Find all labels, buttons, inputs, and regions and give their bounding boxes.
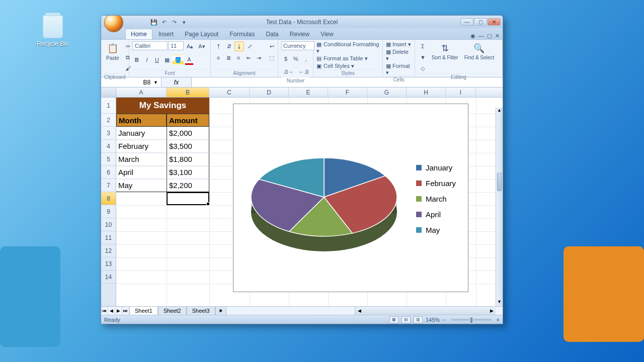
redo-icon[interactable]: ↷: [170, 18, 179, 27]
align-right-icon[interactable]: ≡: [234, 53, 243, 63]
grow-font-icon[interactable]: A▴: [185, 41, 195, 51]
row-header-3[interactable]: 3: [101, 127, 116, 140]
row-header-13[interactable]: 13: [101, 257, 116, 270]
col-header-I[interactable]: I: [446, 87, 476, 97]
maximize-button[interactable]: ▢: [474, 18, 487, 26]
sheet-tab-3[interactable]: Sheet3: [187, 306, 215, 315]
col-header-H[interactable]: H: [407, 87, 446, 97]
comma-format-icon[interactable]: ,: [301, 54, 310, 64]
orientation-icon[interactable]: ⤢: [245, 41, 254, 51]
row-header-5[interactable]: 5: [101, 153, 116, 166]
row-header-7[interactable]: 7: [101, 179, 116, 192]
insert-cells-button[interactable]: ▦ Insert ▾: [386, 41, 412, 48]
font-color-icon[interactable]: A: [185, 55, 194, 65]
select-all-button[interactable]: [101, 87, 116, 97]
tab-page-layout[interactable]: Page Layout: [180, 29, 223, 39]
sheet-nav-last[interactable]: ⏭: [122, 307, 129, 315]
tab-view[interactable]: View: [315, 29, 339, 39]
help-icon[interactable]: ◉: [470, 33, 475, 39]
ribbon-close-icon[interactable]: ✕: [495, 33, 500, 39]
col-header-E[interactable]: E: [289, 87, 328, 97]
row-header-14[interactable]: 14: [101, 270, 116, 284]
font-name-combo[interactable]: Calibri: [132, 41, 168, 50]
row-header-11[interactable]: 11: [101, 231, 116, 244]
row-header-1[interactable]: 1: [101, 98, 116, 114]
fill-icon[interactable]: ▼: [418, 52, 428, 62]
qat-customize-icon[interactable]: ▾: [180, 18, 189, 27]
tab-home[interactable]: Home: [125, 29, 152, 39]
bold-button[interactable]: B: [132, 55, 141, 65]
view-layout-icon[interactable]: ▤: [401, 316, 411, 323]
conditional-formatting-button[interactable]: ▦Conditional Formatting ▾: [316, 41, 379, 54]
row-header-8[interactable]: 8: [101, 192, 116, 205]
sheet-nav-prev[interactable]: ◀: [108, 307, 115, 315]
close-button[interactable]: ✕: [488, 18, 501, 26]
sheet-nav-first[interactable]: ⏮: [101, 307, 108, 315]
col-header-F[interactable]: F: [328, 87, 367, 97]
merge-center-icon[interactable]: ⬚: [267, 53, 276, 63]
ribbon-minimize-icon[interactable]: —: [478, 33, 484, 39]
zoom-in-icon[interactable]: +: [497, 317, 500, 323]
view-normal-icon[interactable]: ▦: [389, 316, 398, 323]
autosum-icon[interactable]: Σ: [418, 41, 428, 51]
col-header-A[interactable]: A: [116, 87, 167, 97]
embedded-chart[interactable]: JanuaryFebruaryMarchAprilMay: [233, 104, 468, 292]
sheet-nav-next[interactable]: ▶: [115, 307, 122, 315]
align-bottom-icon[interactable]: ⭳: [234, 41, 244, 51]
delete-cells-button[interactable]: ▦ Delete ▾: [386, 49, 412, 62]
row-header-12[interactable]: 12: [101, 244, 116, 257]
desktop-recycle-bin[interactable]: Recycle Bin: [35, 15, 70, 47]
row-header-2[interactable]: 2: [101, 114, 116, 127]
row-header-6[interactable]: 6: [101, 166, 116, 179]
undo-icon[interactable]: ↶: [159, 18, 169, 27]
col-header-B[interactable]: B: [167, 87, 209, 97]
sheet-tab-2[interactable]: Sheet2: [158, 306, 187, 315]
zoom-slider[interactable]: [451, 319, 492, 321]
view-break-icon[interactable]: ▥: [414, 316, 423, 323]
row-header-10[interactable]: 10: [101, 218, 116, 231]
fx-icon[interactable]: fx: [162, 77, 192, 87]
zoom-out-icon[interactable]: −: [443, 317, 446, 323]
border-icon[interactable]: ▦: [163, 55, 172, 65]
accounting-format-icon[interactable]: $: [281, 54, 290, 64]
vertical-scrollbar[interactable]: ▲ ▼: [496, 108, 503, 306]
col-header-C[interactable]: C: [209, 87, 250, 97]
wrap-text-icon[interactable]: ↩: [267, 41, 276, 51]
decrease-indent-icon[interactable]: ⇤: [244, 53, 253, 63]
minimize-button[interactable]: —: [460, 18, 473, 26]
new-sheet-button[interactable]: ✷: [215, 306, 226, 315]
col-header-G[interactable]: G: [367, 87, 407, 97]
ribbon-restore-icon[interactable]: ▢: [487, 33, 492, 39]
save-icon[interactable]: 💾: [149, 18, 158, 27]
format-cells-button[interactable]: ▦ Format ▾: [386, 63, 412, 76]
clear-icon[interactable]: ◇: [418, 63, 428, 73]
row-header-9[interactable]: 9: [101, 205, 116, 218]
selected-cell[interactable]: [167, 192, 209, 205]
align-center-icon[interactable]: ≣: [224, 53, 233, 63]
paste-button[interactable]: 📋 Paste: [104, 41, 121, 62]
number-format-combo[interactable]: Currency: [281, 41, 314, 50]
align-top-icon[interactable]: ⭱: [214, 41, 223, 51]
italic-button[interactable]: I: [142, 55, 151, 65]
percent-format-icon[interactable]: %: [291, 54, 300, 64]
align-left-icon[interactable]: ≡: [214, 53, 223, 63]
tab-data[interactable]: Data: [261, 29, 283, 39]
tab-review[interactable]: Review: [285, 29, 314, 39]
sort-filter-button[interactable]: ⇅ Sort & Filter: [430, 41, 460, 61]
increase-decimal-icon[interactable]: .0→: [281, 67, 295, 77]
tab-insert[interactable]: Insert: [153, 29, 179, 39]
font-size-combo[interactable]: 11: [169, 41, 184, 50]
fill-color-icon[interactable]: 🪣: [173, 55, 184, 65]
align-middle-icon[interactable]: ⇵: [224, 41, 233, 51]
cell-styles-button[interactable]: ▣Cell Styles ▾: [316, 63, 379, 69]
find-select-button[interactable]: 🔍 Find & Select: [462, 41, 496, 61]
horizontal-scrollbar[interactable]: ◀▶: [355, 307, 496, 315]
row-header-4[interactable]: 4: [101, 140, 116, 153]
cells-area[interactable]: My SavingsMonthAmountJanuary$2,000Februa…: [116, 98, 503, 306]
increase-indent-icon[interactable]: ⇥: [254, 53, 263, 63]
format-as-table-button[interactable]: ▤Format as Table ▾: [316, 55, 379, 62]
sheet-tab-1[interactable]: Sheet1: [129, 306, 158, 315]
shrink-font-icon[interactable]: A▾: [196, 41, 207, 51]
col-header-D[interactable]: D: [250, 87, 289, 97]
decrease-decimal-icon[interactable]: ←.0: [296, 67, 310, 77]
